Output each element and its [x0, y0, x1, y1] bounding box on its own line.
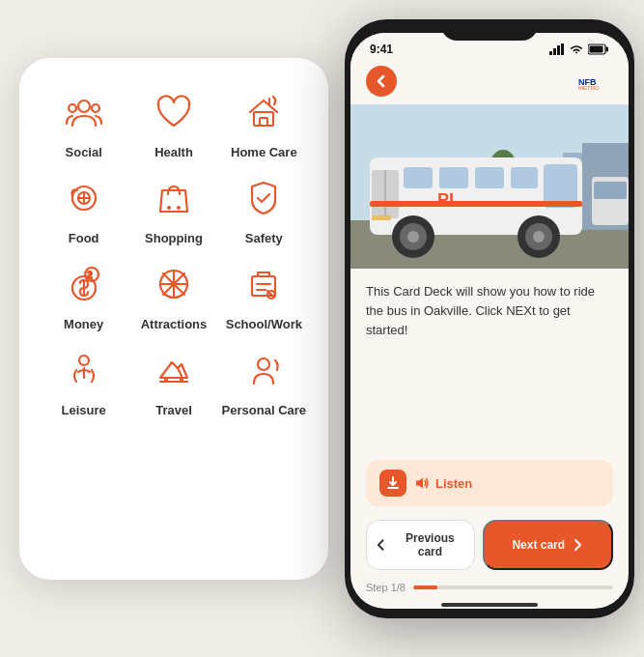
food-icon: [57, 171, 111, 225]
svg-rect-24: [590, 46, 603, 53]
grid-label-attractions: Attractions: [141, 317, 208, 331]
card-content: This Card Deck will show you how to ride…: [350, 269, 629, 450]
grid-item-schoolwork[interactable]: School/Work: [219, 257, 309, 331]
grid-label-leisure: Leisure: [62, 403, 106, 417]
card-description: This Card Deck will show you how to ride…: [366, 282, 613, 340]
grid-item-attractions[interactable]: Attractions: [128, 257, 218, 331]
svg-rect-37: [439, 167, 468, 188]
download-arrow-icon: [385, 475, 401, 491]
status-icons: [549, 43, 609, 55]
leisure-icon: [57, 343, 111, 397]
battery-icon: [588, 43, 609, 55]
step-label: Step 1/8: [366, 582, 406, 593]
svg-rect-21: [561, 43, 564, 55]
grid-item-shopping[interactable]: Shopping: [128, 171, 218, 245]
grid-item-safety[interactable]: Safety: [219, 171, 309, 245]
svg-point-8: [177, 206, 181, 210]
svg-rect-4: [260, 118, 267, 126]
logo: NFB METRO: [578, 71, 613, 91]
download-icon: [379, 470, 406, 497]
previous-card-button[interactable]: Previous card: [366, 520, 475, 570]
step-progress-bar: [413, 586, 613, 589]
svg-text:METRO: METRO: [578, 85, 600, 91]
grid-label-food: Food: [69, 231, 99, 245]
phone-notch: [441, 19, 538, 41]
grid-item-food[interactable]: Food: [39, 171, 128, 245]
phone-frame: 9:41: [345, 19, 634, 618]
svg-rect-38: [475, 167, 504, 188]
card-navigation: Previous card Next card: [350, 516, 629, 578]
travel-icon: [147, 343, 201, 397]
social-icon: [57, 85, 111, 139]
next-arrow-icon: [571, 538, 584, 552]
schoolwork-icon: [237, 257, 291, 311]
category-grid: Social Health Home Care Food Shopping Sa…: [39, 85, 309, 417]
svg-rect-23: [606, 47, 609, 52]
next-card-button[interactable]: Next card: [483, 520, 613, 570]
back-arrow-icon: [374, 73, 389, 89]
wifi-icon: [569, 43, 584, 55]
listen-button[interactable]: Listen: [414, 475, 472, 491]
attractions-icon: [147, 257, 201, 311]
money-icon: [57, 257, 111, 311]
svg-point-17: [258, 358, 269, 370]
grid-item-money[interactable]: Money: [39, 257, 128, 331]
svg-rect-18: [549, 51, 552, 55]
svg-point-1: [69, 104, 76, 112]
grid-label-personalcare: Personal Care: [222, 403, 306, 417]
safety-icon: [237, 171, 291, 225]
health-icon: [147, 85, 201, 139]
grid-item-health[interactable]: Health: [128, 85, 218, 159]
grid-item-social[interactable]: Social: [39, 85, 128, 159]
phone-screen: 9:41: [350, 33, 629, 609]
signal-icon: [549, 43, 565, 55]
svg-point-14: [79, 356, 89, 365]
svg-rect-36: [404, 167, 433, 188]
svg-rect-39: [511, 167, 538, 188]
listen-bar[interactable]: Listen: [366, 460, 613, 506]
svg-point-7: [167, 206, 171, 210]
svg-point-49: [533, 231, 545, 243]
grid-item-personalcare[interactable]: Personal Care: [219, 343, 309, 417]
logo-icon: NFB METRO: [578, 71, 613, 91]
svg-rect-52: [594, 182, 627, 199]
grid-label-travel: Travel: [155, 403, 192, 417]
grid-item-travel[interactable]: Travel: [128, 343, 218, 417]
shopping-icon: [147, 171, 201, 225]
back-button[interactable]: [366, 66, 397, 97]
svg-rect-43: [370, 201, 582, 207]
grid-label-social: Social: [66, 145, 102, 159]
step-progress-fill: [413, 586, 437, 589]
svg-point-0: [78, 100, 90, 112]
svg-point-46: [407, 231, 419, 243]
personalcare-icon: [237, 343, 291, 397]
svg-point-16: [180, 378, 183, 382]
grid-label-health: Health: [154, 145, 193, 159]
grid-label-schoolwork: School/Work: [226, 317, 302, 331]
home-indicator: [441, 603, 538, 607]
svg-point-2: [92, 104, 99, 112]
grid-label-safety: Safety: [245, 231, 283, 245]
speaker-icon: [414, 475, 430, 491]
grid-label-shopping: Shopping: [145, 231, 203, 245]
nav-bar: NFB METRO: [350, 60, 629, 104]
svg-rect-20: [557, 45, 560, 55]
grid-label-homecare: Home Care: [231, 145, 297, 159]
svg-rect-50: [372, 215, 391, 220]
svg-point-15: [164, 378, 168, 382]
card-image: PL: [350, 104, 629, 269]
grid-label-money: Money: [64, 317, 103, 331]
homecare-icon: [237, 85, 291, 139]
step-indicator: Step 1/8: [350, 578, 629, 599]
prev-arrow-icon: [375, 538, 387, 552]
grid-item-leisure[interactable]: Leisure: [39, 343, 128, 417]
status-time: 9:41: [370, 43, 393, 56]
grid-item-homecare[interactable]: Home Care: [219, 85, 309, 159]
svg-rect-12: [252, 276, 275, 296]
svg-rect-19: [553, 48, 556, 55]
bus-scene: PL: [350, 104, 629, 269]
category-grid-card: Social Health Home Care Food Shopping Sa…: [19, 58, 328, 580]
